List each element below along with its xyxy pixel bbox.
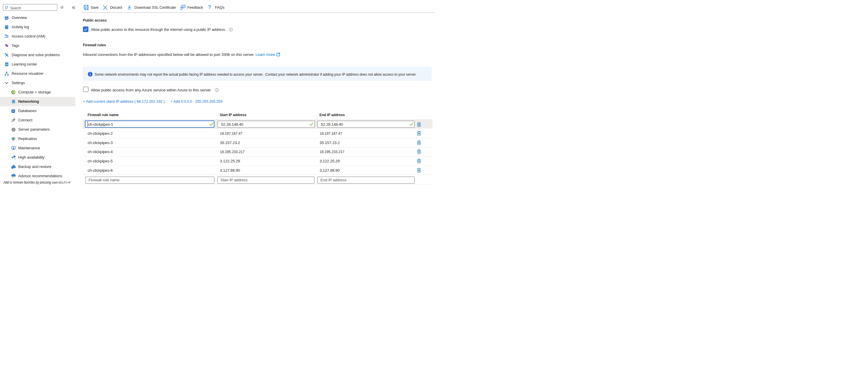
- svg-text:101: 101: [5, 64, 8, 65]
- svg-text:My: My: [5, 17, 8, 20]
- svg-text:DB: DB: [12, 110, 14, 112]
- svg-text:$: $: [13, 91, 14, 93]
